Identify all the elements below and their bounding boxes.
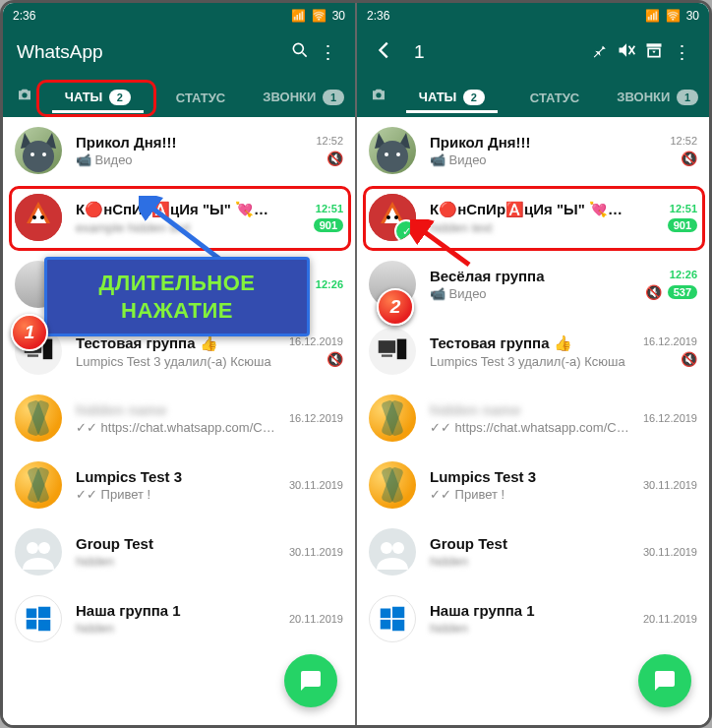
tab-calls[interactable]: ЗВОНКИ 1 [606,80,709,113]
svg-point-17 [38,542,50,554]
statusbar: 2:36 📶🛜30 [3,3,355,29]
pin-icon[interactable] [585,41,613,64]
chat-time: 16.12.2019 [643,335,697,347]
avatar[interactable] [369,595,416,642]
camera-icon[interactable] [3,86,46,108]
chat-title: Lumpics Test 3 [76,468,280,485]
svg-point-2 [22,92,27,97]
unread-badge: 537 [668,285,697,299]
tab-chats-badge: 2 [109,90,131,105]
appbar: WhatsApp ⋮ [3,29,355,76]
appbar-selection: 1 ⋮ [357,29,709,76]
avatar[interactable] [15,461,62,509]
chat-time: 12:52 [316,135,343,147]
menu-icon[interactable]: ⋮ [668,41,695,64]
svg-point-29 [377,141,408,172]
chat-row[interactable]: К🔴нСпИр🅰️цИя "Ы" 💘😎😀🤣 example hidden tex… [3,184,355,251]
muted-icon: 🔇 [681,151,697,166]
chat-title: Group Test [76,535,280,552]
search-icon[interactable] [286,40,314,65]
svg-rect-20 [27,620,37,630]
chat-time: 16.12.2019 [643,412,697,424]
chat-row[interactable]: Group Test hidden 30.11.2019 [3,518,355,585]
svg-rect-42 [381,609,391,619]
chat-row[interactable]: Наша группа 1 hidden 20.11.2019 [3,585,355,652]
chat-row[interactable]: Group Test hidden 30.11.2019 [357,518,709,585]
unread-badge: 901 [668,218,697,232]
chat-sub: Lumpics Test 3 удалил(-а) Ксюша [76,354,280,369]
chat-title: Наша группа 1 [76,602,280,619]
archive-icon[interactable] [640,40,668,65]
svg-point-6 [30,152,34,156]
chat-sub: ✓✓ Привет ! [430,487,634,502]
phone-left: 2:36 📶🛜30 WhatsApp ⋮ ЧАТЫ 2 СТАТУС ЗВОНК… [3,3,355,725]
chat-title: Тестовая группа 👍 [430,334,634,352]
chat-time: 12:51 [670,203,697,214]
tab-chats-badge: 2 [463,90,485,105]
chat-row[interactable]: hidden name ✓✓ https://chat.whatsapp.com… [3,385,355,452]
tabs: ЧАТЫ 2 СТАТУС ЗВОНКИ 1 [357,76,709,117]
avatar[interactable] [369,328,416,375]
chat-sub: hidden [430,621,634,636]
chat-time: 20.11.2019 [289,613,343,625]
svg-rect-21 [38,620,50,631]
chat-sub: ✓✓ https://chat.whatsapp.com/CTlcBFu… [76,420,280,435]
svg-point-5 [23,141,54,172]
tab-chats[interactable]: ЧАТЫ 2 [400,80,504,113]
avatar[interactable]: ✓ [369,194,416,241]
step-marker-2: 2 [377,288,414,326]
chat-sub: Lumpics Test 3 удалил(-а) Ксюша [430,354,634,369]
avatar[interactable] [369,461,416,509]
svg-point-40 [381,542,392,554]
tab-calls[interactable]: ЗВОНКИ 1 [252,80,355,113]
chat-row[interactable]: Lumpics Test 3 ✓✓ Привет ! 30.11.2019 [3,452,355,518]
tab-status[interactable]: СТАТУС [504,81,607,113]
svg-point-16 [27,542,38,554]
new-chat-fab[interactable] [638,654,691,707]
svg-rect-43 [392,607,404,618]
avatar[interactable] [15,528,62,576]
chat-row[interactable]: Наша группа 1 hidden 20.11.2019 [357,585,709,652]
new-chat-fab[interactable] [284,654,337,707]
chat-time: 30.11.2019 [643,479,697,491]
tab-status[interactable]: СТАТУС [149,81,253,113]
status-icons: 📶🛜30 [291,9,345,23]
chat-title: Прикол Дня!!! [76,134,280,151]
camera-icon[interactable] [357,86,400,108]
step-marker-1: 1 [11,314,48,351]
tab-chats[interactable]: ЧАТЫ 2 [46,80,149,113]
chat-row[interactable]: Прикол Дня!!! 📹 Видео 12:52 🔇 [357,117,709,184]
avatar[interactable] [15,194,62,241]
avatar[interactable] [369,528,416,576]
muted-icon: 🔇 [326,151,343,166]
svg-point-0 [293,43,303,53]
chat-row[interactable]: Lumpics Test 3 ✓✓ Привет ! 30.11.2019 [357,452,709,518]
svg-rect-45 [392,620,404,631]
avatar[interactable] [369,127,416,174]
svg-line-1 [303,52,307,56]
unread-badge: 901 [314,218,343,232]
avatar[interactable] [15,394,62,442]
avatar[interactable] [369,394,416,442]
tab-chats-label: ЧАТЫ [419,90,457,104]
chat-row[interactable]: Прикол Дня!!! 📹 Видео 12:52 🔇 [3,117,355,184]
chat-title: Наша группа 1 [430,602,634,619]
chat-sub: ✓✓ Привет ! [76,487,280,502]
chat-time: 30.11.2019 [289,479,343,491]
phone-right: 2:36 📶🛜30 1 ⋮ [355,3,709,725]
chat-sub: 📹 Видео [430,152,634,167]
chat-row[interactable]: ✓ К🔴нСпИр🅰️цИя "Ы" 💘😎😀🤣 hidden text 12:5… [357,184,709,251]
avatar[interactable] [15,595,62,642]
back-icon[interactable] [371,39,398,66]
chat-title: К🔴нСпИр🅰️цИя "Ы" 💘😎😀🤣 [430,201,634,218]
tab-chats-label: ЧАТЫ [65,90,103,104]
chat-row[interactable]: hidden name ✓✓ https://chat.whatsapp.com… [357,385,709,452]
chat-sub: ✓✓ https://chat.whatsapp.com/CTlcBFu… [430,420,634,435]
svg-point-30 [385,152,388,156]
chat-sub: hidden [76,621,280,636]
chat-title: hidden name [430,401,634,418]
avatar[interactable] [15,127,62,174]
chat-row[interactable]: Тестовая группа 👍 Lumpics Test 3 удалил(… [357,318,709,385]
mute-icon[interactable] [613,40,640,65]
menu-icon[interactable]: ⋮ [314,41,341,64]
